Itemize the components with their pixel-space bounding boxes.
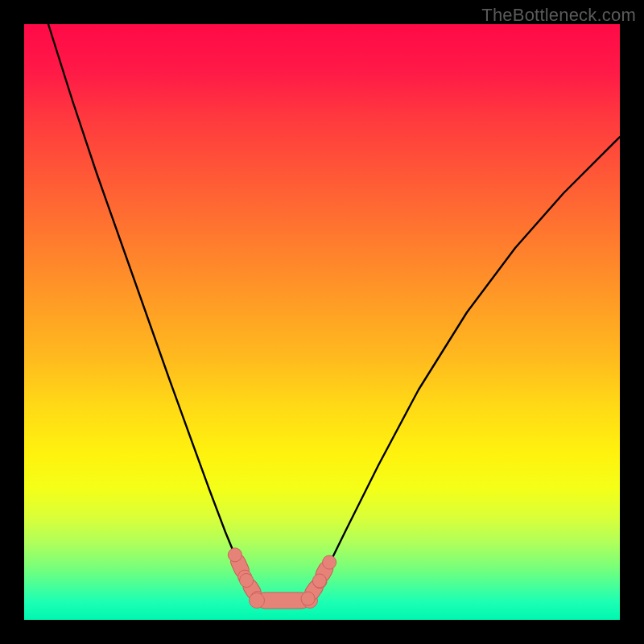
curve-layer [24, 24, 620, 620]
svg-point-7 [250, 593, 265, 609]
watermark-text: TheBottleneck.com [481, 5, 636, 26]
curve-markers [225, 546, 339, 609]
curve-lines [48, 24, 620, 601]
plot-area [24, 24, 620, 620]
chart-frame: TheBottleneck.com [0, 0, 644, 644]
